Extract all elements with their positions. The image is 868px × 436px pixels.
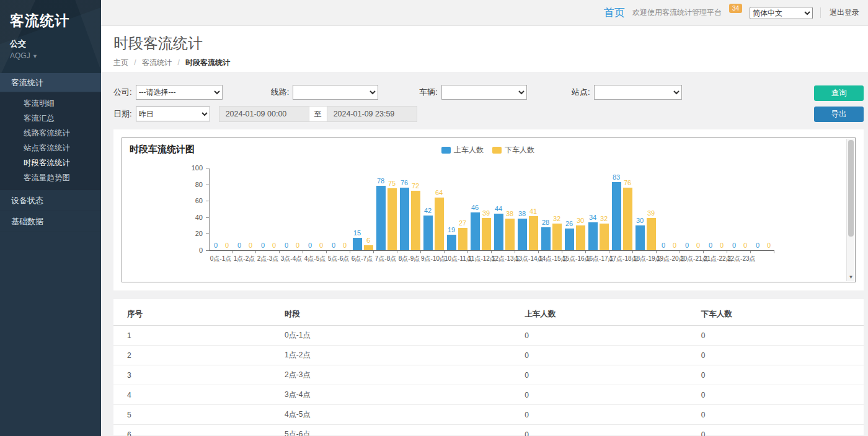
chart-title: 时段车流统计图: [130, 144, 195, 154]
date-start-input[interactable]: [219, 106, 309, 122]
sidebar-item-0[interactable]: 设备状态: [0, 190, 101, 211]
vehicle-select[interactable]: [441, 85, 527, 100]
bar-value-label: 0: [225, 242, 229, 249]
sidebar-subitem-1[interactable]: 客流汇总: [0, 111, 101, 126]
table-cell: 0: [511, 365, 687, 385]
bar[interactable]: [636, 225, 645, 250]
table-row: 43点-4点00: [113, 385, 864, 405]
bar-column: 0: [235, 242, 244, 250]
language-select[interactable]: 简体中文: [750, 7, 813, 19]
legend-item-alighting[interactable]: 下车人数: [492, 145, 534, 155]
x-tick-mark: [468, 251, 492, 253]
bar-group-20: 00: [681, 168, 704, 250]
bar-column: 0: [329, 242, 339, 250]
bar[interactable]: [423, 216, 433, 250]
bar[interactable]: [494, 214, 503, 250]
bar[interactable]: [647, 218, 656, 250]
bar-group-3: 00: [280, 168, 304, 250]
table-cell: 1: [113, 326, 271, 346]
line-select[interactable]: [293, 85, 378, 100]
sidebar-item-1[interactable]: 基础数据: [0, 211, 101, 232]
bar[interactable]: [576, 225, 585, 250]
bar-group-10: 1927: [445, 168, 469, 250]
bar[interactable]: [552, 224, 562, 250]
x-tick-label: 7点-8点: [374, 255, 397, 263]
x-tick-label: 13点-14点: [515, 255, 539, 263]
logout-link[interactable]: 退出登录: [820, 7, 859, 18]
bar[interactable]: [435, 198, 444, 250]
bar[interactable]: [588, 222, 598, 250]
scrollbar-thumb[interactable]: [848, 140, 854, 237]
content: 公司: ---请选择--- 线路: 车辆: 站点: 日期: 昨日 至: [101, 72, 868, 436]
home-link[interactable]: 首页: [604, 6, 625, 20]
date-end-input[interactable]: [327, 106, 417, 122]
chart-legend: 上车人数 下车人数: [441, 145, 534, 155]
station-label: 站点:: [572, 87, 590, 98]
legend-label-boarding: 上车人数: [454, 145, 484, 155]
date-preset-select[interactable]: 昨日: [136, 107, 210, 121]
bar[interactable]: [541, 227, 551, 250]
date-range-group: 至: [219, 106, 417, 122]
bar-value-label: 42: [424, 207, 432, 214]
legend-item-boarding[interactable]: 上车人数: [441, 145, 484, 155]
bar[interactable]: [623, 188, 632, 250]
table-cell: 2点-3点: [271, 365, 511, 385]
bar[interactable]: [447, 235, 456, 250]
bar-value-label: 39: [647, 209, 655, 217]
bar[interactable]: [612, 182, 621, 250]
bar-column: 0: [670, 242, 680, 250]
bar[interactable]: [376, 186, 386, 250]
bar-column: 0: [259, 242, 268, 250]
station-select[interactable]: [594, 85, 682, 100]
x-tick-label: 16点-17点: [586, 255, 609, 263]
x-tick-label: 22点-23点: [727, 255, 751, 263]
breadcrumb: 主页 / 客流统计 / 时段客流统计: [113, 58, 868, 68]
sidebar-subitem-2[interactable]: 线路客流统计: [0, 126, 101, 141]
x-tick-label: 8点-9点: [397, 255, 421, 263]
chart-vertical-scrollbar[interactable]: ▼: [846, 139, 854, 281]
bar[interactable]: [353, 238, 362, 250]
bar[interactable]: [364, 245, 373, 250]
x-tick-mark: [280, 251, 303, 253]
bar-value-label: 44: [495, 205, 502, 212]
sidebar-subitem-3[interactable]: 站点客流统计: [0, 141, 101, 155]
bar[interactable]: [565, 229, 574, 250]
table-cell: 0: [688, 425, 864, 436]
bar-column: 0: [306, 242, 315, 250]
sidebar-subitem-4[interactable]: 时段客流统计: [0, 155, 101, 170]
bar-group-6: 156: [351, 168, 374, 250]
table-cell: 0: [511, 326, 687, 346]
search-button[interactable]: 查询: [814, 85, 864, 101]
bar[interactable]: [458, 228, 467, 250]
x-tick-mark: [727, 251, 751, 253]
scrollbar-down-arrow-icon[interactable]: ▼: [847, 274, 855, 280]
chart-panel: 时段车流统计图 上车人数 下车人数: [122, 137, 856, 282]
bar[interactable]: [388, 188, 397, 250]
export-button[interactable]: 导出: [814, 107, 864, 122]
filter-row-1: 公司: ---请选择--- 线路: 车辆: 站点:: [113, 84, 802, 100]
bar-value-label: 30: [577, 217, 584, 224]
bar[interactable]: [600, 224, 609, 250]
bar[interactable]: [518, 219, 527, 250]
x-tick-mark: [586, 251, 609, 253]
table-body: 10点-1点0021点-2点0032点-3点0043点-4点0054点-5点00…: [113, 326, 864, 436]
sidebar-subitem-5[interactable]: 客流量趋势图: [0, 170, 101, 185]
bar[interactable]: [471, 212, 480, 250]
sidebar-subitem-0[interactable]: 客流明细: [0, 96, 101, 111]
bar-group-1: 00: [233, 168, 257, 250]
bar-value-label: 0: [709, 242, 712, 249]
company-select[interactable]: ---请选择---: [136, 85, 223, 100]
breadcrumb-section[interactable]: 客流统计: [142, 58, 172, 67]
bar-value-label: 0: [767, 242, 771, 249]
breadcrumb-home[interactable]: 主页: [113, 58, 128, 67]
notification-badge[interactable]: 34: [729, 4, 742, 13]
bar[interactable]: [400, 188, 409, 250]
bar[interactable]: [505, 219, 515, 250]
bar-column: 72: [411, 182, 420, 250]
user-menu[interactable]: AQGJ ▼: [10, 51, 101, 60]
bar[interactable]: [529, 216, 538, 250]
bar-value-label: 38: [506, 210, 513, 217]
sidebar-section-passenger-stats[interactable]: 客流统计: [0, 73, 101, 92]
bar[interactable]: [482, 218, 491, 250]
bar[interactable]: [411, 191, 420, 250]
